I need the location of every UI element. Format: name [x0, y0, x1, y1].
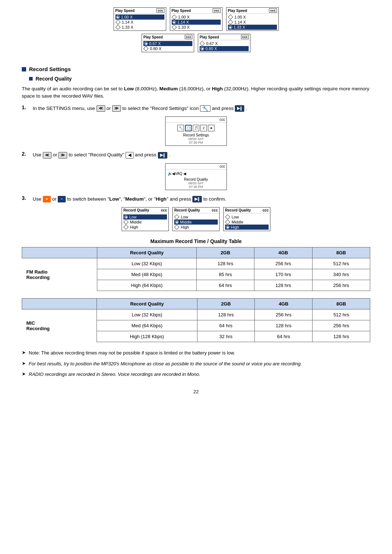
note-arrow-1: ➤	[22, 350, 26, 355]
play-speed-screen-1: Play Speed ccc 1.00 X 1.14 X 1.33 X	[114, 7, 166, 31]
step-2-press: and press	[135, 152, 158, 157]
s-icon-3: 🎵	[193, 125, 199, 131]
rq-header-high: Record Quality ccc	[224, 208, 270, 213]
diamond-low-c	[225, 214, 230, 219]
rq-body-high: Low Middle High	[224, 213, 270, 231]
s-header: ccc	[166, 117, 226, 123]
radio-114	[172, 20, 176, 24]
note-3-text: RADIO recordings are recorded in Stereo.…	[29, 371, 200, 378]
fm-col-4gb: 4GB	[254, 247, 312, 258]
rewind-icon: ≪	[97, 105, 105, 112]
step-3-or: or	[52, 196, 58, 202]
plus-icon: +	[43, 196, 51, 202]
step-2: 2. Use ≪ or ≫ to select "Record Quality"…	[22, 151, 370, 159]
minus-icon: −	[58, 196, 66, 202]
step-3: 3. Use + or − to switch between "Low", "…	[22, 195, 370, 203]
step-1-period: .	[246, 106, 247, 111]
fm-radio-label: FM Radio	[26, 269, 48, 275]
rq-row-middle: Middle	[123, 219, 167, 225]
radio-080	[200, 47, 204, 50]
mic-recording-table: Record Quality 2GB 4GB 8GB MIC Recording…	[22, 298, 370, 342]
note-arrow-2: ➤	[22, 361, 26, 366]
step-3-num: 3.	[22, 195, 33, 201]
screen-title-4: Play Speed	[143, 35, 163, 39]
record-settings-label: Record Settings	[29, 66, 71, 72]
s-icon-4: Z	[200, 125, 207, 131]
speed-row-114-selected: 1.14 X	[172, 20, 221, 25]
mic-high-quality: High (128 Kbps)	[97, 331, 197, 342]
speed-row-080-selected: 0.80 X	[200, 46, 249, 51]
quality-screen: ccc 🔊◀ VAQ ◀ Record Quality 06/20 SAT 07…	[165, 163, 227, 190]
step-2-or: or	[53, 152, 59, 157]
step-3-content: Use + or − to switch between "Low", "Med…	[33, 195, 370, 203]
screen-body-1: 1.00 X 1.14 X 1.33 X	[114, 14, 166, 30]
play-pause-icon-3: ▶‖	[192, 196, 202, 202]
step-1-content: In the SETTINGS menu, use ≪ or ≫ to sele…	[33, 104, 370, 112]
fm-table-header-row: Record Quality 2GB 4GB 8GB	[22, 247, 370, 258]
screen-title-2: Play Speed	[172, 9, 191, 13]
screen-header-5: Play Speed ccc	[198, 34, 250, 40]
record-quality-icon: ◀	[126, 152, 134, 159]
screen-title-1: Play Speed	[115, 9, 135, 13]
mic-table-header-row: Record Quality 2GB 4GB 8GB	[22, 299, 370, 309]
fm-radio-table: Record Quality 2GB 4GB 8GB FM Radio Reco…	[22, 247, 370, 291]
ccc-icon-1: ccc	[156, 8, 164, 13]
radio-100	[116, 15, 120, 19]
speed-row-100-c: 1.00 X	[228, 15, 277, 20]
speed-row-133-selected: 1.33 X	[228, 25, 277, 30]
radio-high	[226, 225, 229, 229]
rq-row-low-c: Low	[225, 214, 269, 219]
rq-row-low-b: Low	[174, 214, 218, 219]
rq-body-low: Low Middle High	[122, 213, 168, 231]
note-1: ➤ Note: The above recording times may no…	[22, 349, 370, 357]
mic-col-8gb: 8GB	[313, 299, 370, 309]
radio-067	[144, 42, 148, 45]
diamond-low-b	[174, 214, 179, 219]
rq-title-low: Record Quality	[123, 208, 149, 212]
rq-row-high-b: High	[174, 225, 218, 230]
fm-radio-label-cell: FM Radio Recording	[22, 258, 97, 291]
rq-body-middle: Low Middle High	[173, 213, 219, 231]
play-speed-row-1: Play Speed ccc 1.00 X 1.14 X 1.33 X	[114, 7, 279, 31]
note-arrow-3: ➤	[22, 371, 26, 377]
fm-low-quality: Low (32 Kbps)	[97, 258, 196, 269]
play-pause-icon: ▶‖	[235, 105, 244, 112]
diamond-100-c	[228, 15, 233, 20]
mic-row-low: MIC Recording Low (32 Kbps) 128 hrs 256 …	[22, 309, 370, 320]
ccc-icon-2: ccc	[213, 8, 220, 13]
diamond-114	[115, 20, 120, 25]
page-number: 22	[22, 389, 370, 394]
q-speaker-icon: 🔊◀	[168, 172, 175, 176]
step-2-period: .	[168, 152, 170, 157]
ccc-icon-3: ccc	[269, 8, 277, 13]
s-body: 🔧 📋 🎵 Z ★ Record Settings 06/20 SAT 07:3…	[166, 123, 226, 145]
rq-title-middle: Record Quality	[174, 208, 200, 212]
rewind-icon-2: ≪	[43, 152, 52, 159]
mic-high-8gb: 128 hrs	[313, 331, 370, 342]
diamond-133	[115, 25, 120, 30]
rq-row-middle-sel: Middle	[174, 219, 218, 225]
fm-col-quality: Record Quality	[97, 247, 196, 258]
screen-header-2: Play Speed ccc	[170, 8, 222, 14]
blue-square-icon	[22, 67, 26, 71]
fm-med-8gb: 340 hrs	[312, 269, 370, 280]
fm-high-8gb: 256 hrs	[312, 280, 370, 291]
diamond-middle	[123, 219, 128, 225]
record-quality-label: Record Quality	[36, 76, 72, 82]
rq-row-high: High	[123, 225, 167, 230]
s-label: Record Settings	[167, 133, 225, 137]
rq-screen-low: Record Quality ccc Low Middle High	[122, 207, 169, 231]
screen-body-2: 1.00 X 1.14 X 1.33 X	[170, 14, 222, 30]
step-1-text-after: to select the "Record Settings" icon	[122, 106, 200, 111]
play-speed-screen-2: Play Speed ccc 1.00 X 1.14 X 1.33 X	[170, 7, 222, 31]
step-1-screen-container: ccc 🔧 📋 🎵 Z ★ Record Settings 06/20 SAT …	[22, 116, 370, 146]
step-3-confirm: to confirm.	[203, 196, 226, 202]
mic-low-8gb: 512 hrs	[313, 309, 370, 320]
fm-high-2gb: 64 hrs	[196, 280, 254, 291]
q-ccc: ccc	[220, 164, 225, 168]
s-time2: 07:30 PM	[167, 141, 225, 144]
diamond-high	[123, 225, 128, 230]
step-1-num: 1.	[22, 104, 33, 110]
s-icon-2-sel: 📋	[185, 125, 192, 131]
fm-col-2gb: 2GB	[196, 247, 254, 258]
